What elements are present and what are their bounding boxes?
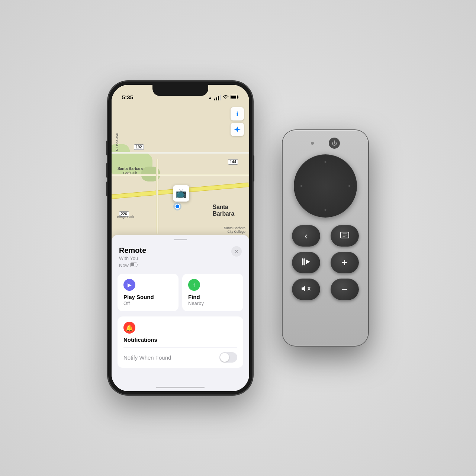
device-emoji: 📺 bbox=[176, 188, 187, 199]
action-cards: ▶ Play Sound Off ↑ Find Nearby bbox=[112, 268, 249, 316]
play-sound-title: Play Sound bbox=[123, 294, 173, 300]
location-button[interactable] bbox=[231, 123, 244, 136]
notifications-title: Notifications bbox=[123, 337, 237, 343]
remote-device: ⏻ ‹ bbox=[283, 130, 368, 346]
device-with-you: With You bbox=[119, 255, 146, 261]
volume-up-icon: + bbox=[342, 257, 348, 268]
trackpad-dot-right bbox=[348, 185, 350, 187]
signal-icon bbox=[214, 95, 221, 100]
play-pause-icon bbox=[301, 258, 311, 268]
find-card[interactable]: ↑ Find Nearby bbox=[182, 274, 243, 311]
remote-indicator-light bbox=[311, 142, 314, 145]
phone-notch bbox=[152, 85, 208, 96]
find-icon: ↑ bbox=[188, 279, 200, 291]
remote-row-1: ‹ bbox=[292, 225, 359, 247]
play-sound-icon: ▶ bbox=[123, 279, 135, 291]
battery-level-icon bbox=[130, 262, 138, 268]
remote-row-2: + bbox=[292, 252, 359, 273]
remote-trackpad[interactable] bbox=[294, 154, 357, 218]
scene: 5:35 ▲ bbox=[108, 81, 368, 395]
sheet-header: Remote With You Now bbox=[112, 240, 249, 268]
device-pin: 📺 bbox=[173, 185, 189, 202]
remote-menu-button[interactable] bbox=[331, 225, 359, 247]
svg-rect-3 bbox=[131, 263, 134, 266]
remote-volume-up-button[interactable]: + bbox=[331, 252, 359, 273]
bottom-sheet: Remote With You Now bbox=[112, 235, 249, 391]
mute-icon bbox=[301, 284, 311, 295]
play-sound-card[interactable]: ▶ Play Sound Off bbox=[118, 274, 178, 311]
notify-when-found-label: Notify When Found bbox=[123, 354, 171, 361]
notifications-icon: 🔔 bbox=[123, 322, 135, 334]
map-controls: ℹ bbox=[231, 107, 244, 136]
notifications-section: 🔔 Notifications Notify When Found bbox=[118, 316, 243, 368]
remote-power-button[interactable]: ⏻ bbox=[329, 138, 340, 149]
svg-rect-1 bbox=[231, 96, 236, 99]
device-name: Remote bbox=[119, 246, 146, 255]
info-button[interactable]: ℹ bbox=[231, 107, 244, 120]
notify-when-found-row: Notify When Found bbox=[123, 347, 237, 363]
wifi-icon bbox=[223, 95, 229, 100]
location-dot bbox=[175, 204, 180, 209]
notify-when-found-toggle[interactable] bbox=[219, 352, 237, 363]
battery-icon bbox=[231, 95, 239, 100]
remote-buttons-area: ‹ bbox=[292, 225, 359, 305]
trackpad-dot-bottom bbox=[325, 209, 327, 211]
volume-down-icon: − bbox=[342, 283, 348, 295]
status-time: 5:35 bbox=[122, 94, 133, 100]
phone-device: 5:35 ▲ bbox=[108, 81, 253, 395]
battery-now-label: Now bbox=[119, 263, 129, 268]
find-title: Find bbox=[188, 294, 237, 300]
trackpad-dot-left bbox=[300, 185, 302, 187]
remote-back-button[interactable]: ‹ bbox=[292, 225, 320, 247]
remote-play-pause-button[interactable] bbox=[292, 252, 320, 273]
battery-info: Now bbox=[119, 262, 146, 268]
menu-icon bbox=[340, 232, 349, 240]
phone-screen: 5:35 ▲ bbox=[112, 85, 249, 391]
trackpad-dot-top bbox=[325, 161, 327, 163]
remote-mute-button[interactable] bbox=[292, 279, 320, 300]
play-sound-subtitle: Off bbox=[123, 300, 173, 306]
remote-row-3: − bbox=[292, 279, 359, 300]
map-city-label: SantaBarbara bbox=[213, 204, 234, 217]
device-info: Remote With You Now bbox=[119, 246, 146, 268]
location-icon: ▲ bbox=[208, 95, 212, 100]
remote-top-row: ⏻ bbox=[283, 138, 368, 149]
status-icons: ▲ bbox=[208, 95, 239, 100]
home-indicator bbox=[156, 387, 205, 388]
remote-volume-down-button[interactable]: − bbox=[331, 279, 359, 300]
power-icon: ⏻ bbox=[332, 140, 337, 146]
find-subtitle: Nearby bbox=[188, 300, 237, 306]
back-icon: ‹ bbox=[305, 230, 308, 242]
close-button[interactable]: × bbox=[231, 246, 242, 257]
toggle-knob bbox=[220, 353, 229, 362]
